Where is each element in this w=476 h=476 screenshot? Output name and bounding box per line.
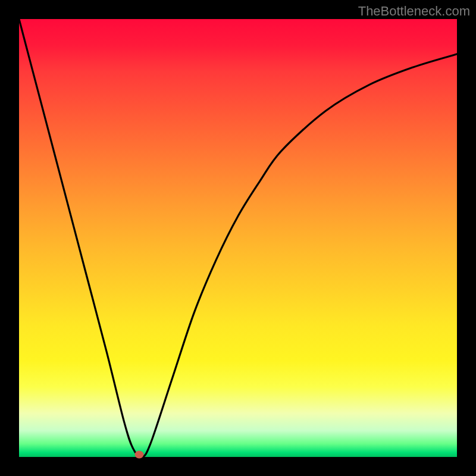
- optimum-marker: [135, 451, 144, 459]
- plot-area: [19, 19, 457, 457]
- curve-path: [19, 19, 457, 457]
- chart-frame: TheBottleneck.com: [0, 0, 476, 476]
- bottleneck-curve: [19, 19, 457, 457]
- watermark-text: TheBottleneck.com: [358, 4, 470, 19]
